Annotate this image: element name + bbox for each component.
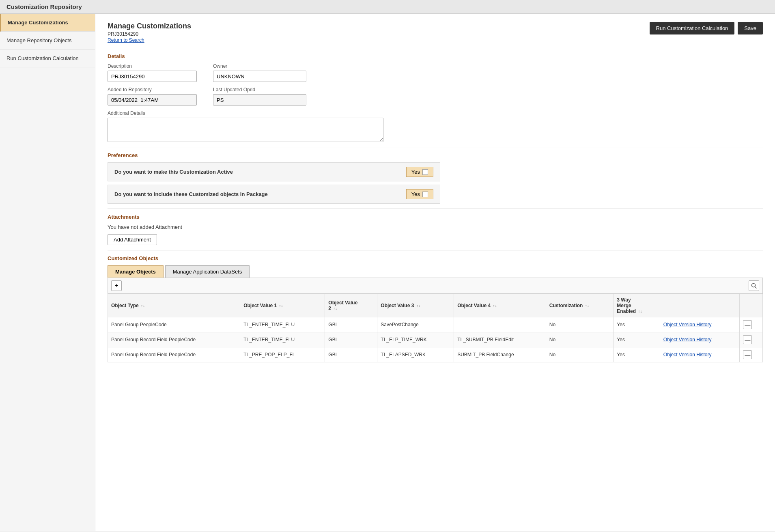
col-header-action [740,294,763,317]
description-field-group: Description [108,63,197,82]
cell-object-value-1: TL_ENTER_TIME_FLU [240,332,325,347]
tab-manage-application-datasets[interactable]: Manage Application DataSets [165,265,250,278]
col-header-customization: Customization ↑↓ [546,294,614,317]
search-button[interactable] [749,280,759,291]
cell-object-value-1: TL_ENTER_TIME_FLU [240,317,325,332]
sidebar-item-manage-customizations[interactable]: Manage Customizations [0,14,95,32]
col-header-object-value-4: Object Value 4 ↑↓ [454,294,546,317]
last-updated-input[interactable] [213,94,306,106]
last-updated-field-group: Last Updated Oprid [213,87,306,106]
col-header-object-value-1: Object Value 1 ↑↓ [240,294,325,317]
table-header-row: Object Type ↑↓ Object Value 1 ↑↓ Object … [108,294,763,317]
cell-object-value-3: TL_ELAPSED_WRK [377,347,454,362]
sort-icon-object-value-1[interactable]: ↑↓ [279,304,283,308]
owner-field-group: Owner [213,63,306,82]
table-row: Panel Group Record Field PeopleCode TL_E… [108,332,763,347]
project-id: PRJ30154290 [108,31,191,37]
sort-icon-object-type[interactable]: ↑↓ [141,304,145,308]
cell-action: — [740,347,763,362]
cell-object-value-3: SavePostChange [377,317,454,332]
pref-include-yes-button[interactable]: Yes [406,189,433,199]
additional-details-field-group: Additional Details [108,110,383,142]
cell-version-history-link: Object Version History [660,347,740,362]
add-attachment-button[interactable]: Add Attachment [108,234,157,245]
description-label: Description [108,63,197,69]
main-content: Manage Customizations PRJ30154290 Return… [95,14,775,531]
return-to-search-link[interactable]: Return to Search [108,37,144,43]
search-icon [751,283,757,289]
cell-object-value-4: TL_SUBMIT_PB FieldEdit [454,332,546,347]
app-title: Customization Repository [6,3,82,10]
pref-include-checkbox[interactable] [422,192,428,197]
cell-version-history-link: Object Version History [660,332,740,347]
sidebar: Manage Customizations Manage Repository … [0,14,95,531]
cell-action: — [740,332,763,347]
cell-object-value-1: TL_PRE_POP_ELP_FL [240,347,325,362]
customized-objects-tabs: Manage Objects Manage Application DataSe… [108,265,763,278]
cell-action: — [740,317,763,332]
last-updated-label: Last Updated Oprid [213,87,306,93]
pref-active-checkbox[interactable] [422,169,428,175]
sidebar-item-run-customization-calculation[interactable]: Run Customization Calculation [0,50,95,67]
cell-merge-enabled: Yes [614,347,660,362]
added-input[interactable] [108,94,197,106]
attachments-note: You have not added Attachment [108,224,763,230]
title-area: Manage Customizations PRJ30154290 Return… [108,22,191,43]
cell-object-type: Panel Group PeopleCode [108,317,240,332]
col-header-version-history [660,294,740,317]
cell-merge-enabled: Yes [614,332,660,347]
objects-table: Object Type ↑↓ Object Value 1 ↑↓ Object … [108,294,763,362]
cell-object-value-2: GBL [325,332,377,347]
run-customization-calculation-button[interactable]: Run Customization Calculation [650,22,735,34]
sort-icon-object-value-3[interactable]: ↑↓ [416,304,420,308]
cell-object-type: Panel Group Record Field PeopleCode [108,347,240,362]
owner-input[interactable] [213,71,306,82]
sort-icon-object-value-4[interactable]: ↑↓ [493,304,497,308]
header-buttons: Run Customization Calculation Save [650,22,763,34]
preference-active-row: Do you want to make this Customization A… [108,162,440,181]
cell-object-value-4 [454,317,546,332]
col-header-object-value-2: Object Value2 ↑↓ [325,294,377,317]
col-header-3way-merge: 3 WayMergeEnabled ↑↓ [614,294,660,317]
add-row-button[interactable]: + [111,280,122,291]
cell-object-value-3: TL_ELP_TIME_WRK [377,332,454,347]
app-title-bar: Customization Repository [0,0,775,14]
object-version-history-link[interactable]: Object Version History [663,352,712,358]
additional-details-input[interactable] [108,118,383,142]
sort-icon-customization[interactable]: ↑↓ [585,304,589,308]
details-row-3: Additional Details [108,110,763,142]
page-title: Manage Customizations [108,22,191,30]
svg-line-1 [755,287,757,289]
remove-row-button[interactable]: — [743,335,752,344]
object-version-history-link[interactable]: Object Version History [663,322,712,327]
pref-active-yes-button[interactable]: Yes [406,167,433,177]
table-row: Panel Group PeopleCode TL_ENTER_TIME_FLU… [108,317,763,332]
sort-icon-object-value-2[interactable]: ↑↓ [333,306,337,311]
cell-object-value-4: SUBMIT_PB FieldChange [454,347,546,362]
customized-objects-section-title: Customized Objects [108,255,763,261]
cell-customization: No [546,332,614,347]
col-header-object-type: Object Type ↑↓ [108,294,240,317]
object-version-history-link[interactable]: Object Version History [663,337,712,342]
preference-include-row: Do you want to Include these Customized … [108,185,440,204]
attachments-section-title: Attachments [108,214,763,220]
save-button[interactable]: Save [738,22,763,34]
pref-active-label: Do you want to make this Customization A… [114,169,233,175]
cell-object-value-2: GBL [325,317,377,332]
preferences-section-title: Preferences [108,152,763,158]
additional-label: Additional Details [108,110,383,116]
tab-manage-objects[interactable]: Manage Objects [108,265,164,278]
details-row-1: Description Owner [108,63,763,82]
remove-row-button[interactable]: — [743,320,752,329]
cell-merge-enabled: Yes [614,317,660,332]
table-toolbar: + [108,278,763,294]
owner-label: Owner [213,63,306,69]
details-section-title: Details [108,53,763,59]
description-input[interactable] [108,71,197,82]
sort-icon-3way-merge[interactable]: ↑↓ [638,309,642,314]
details-row-2: Added to Repository Last Updated Oprid [108,87,763,106]
added-to-repo-field-group: Added to Repository [108,87,197,106]
pref-include-label: Do you want to Include these Customized … [114,191,268,197]
sidebar-item-manage-repository-objects[interactable]: Manage Repository Objects [0,32,95,50]
remove-row-button[interactable]: — [743,350,752,359]
